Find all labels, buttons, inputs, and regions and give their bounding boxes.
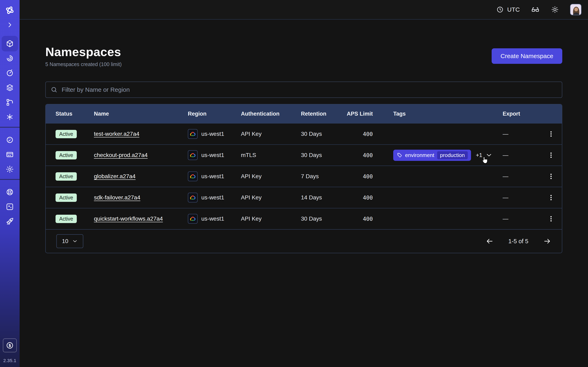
settings-gear-icon	[6, 165, 14, 174]
aps-limit-value: 400	[346, 131, 373, 137]
retention-label: 7 Days	[301, 173, 346, 180]
retention-label: 30 Days	[301, 152, 346, 158]
export-value: —	[503, 216, 539, 222]
table-row: Active test-worker.a27a4 us-west1 API Ke…	[46, 123, 562, 144]
aps-limit-value: 400	[346, 194, 373, 201]
sidebar-item-feedback[interactable]	[0, 200, 20, 214]
tags-overflow-count: +1	[476, 152, 483, 158]
sidebar-item-nexus[interactable]	[0, 110, 20, 124]
page-title: Namespaces	[45, 45, 122, 59]
theme-toggle-button[interactable]	[551, 6, 559, 14]
row-actions-button[interactable]	[546, 214, 556, 224]
sidebar-item-batch-operations[interactable]	[0, 95, 20, 110]
arrow-right-icon	[543, 237, 551, 245]
chevron-down-icon	[485, 152, 493, 159]
workflows-spiral-icon	[6, 54, 14, 63]
arrow-left-icon	[485, 237, 494, 245]
sidebar-divider	[0, 179, 20, 180]
sidebar-item-workflows[interactable]	[0, 51, 20, 66]
row-actions-button[interactable]	[546, 129, 556, 139]
status-badge: Active	[56, 193, 77, 202]
namespace-link[interactable]: test-worker.a27a4	[94, 131, 139, 137]
filter-bar	[45, 82, 562, 98]
sidebar-item-credits[interactable]: $	[3, 338, 17, 352]
sun-icon	[551, 6, 559, 14]
col-aps-limit: APS Limit	[346, 111, 373, 117]
clock-icon	[496, 6, 504, 13]
col-authentication: Authentication	[241, 111, 301, 117]
table-row: Active quickstart-workflows.a27a4 us-wes…	[46, 208, 562, 229]
google-cloud-icon	[188, 193, 198, 202]
sidebar-item-support[interactable]	[0, 185, 20, 200]
page-size-value: 10	[62, 238, 68, 244]
row-actions-button[interactable]	[546, 172, 556, 181]
namespaces-cube-icon	[6, 39, 14, 48]
col-export: Export	[503, 111, 539, 117]
region-label: us-west1	[201, 173, 224, 180]
user-avatar[interactable]	[570, 4, 581, 15]
aps-limit-value: 400	[346, 173, 373, 180]
auth-label: API Key	[241, 216, 301, 222]
app-version: 2.35.1	[3, 358, 16, 363]
table-row: Active globalizer.a27a4 us-west1 API Key…	[46, 166, 562, 187]
schedules-timer-icon	[6, 69, 14, 77]
col-status: Status	[46, 111, 94, 117]
search-icon	[51, 86, 58, 93]
docs-button[interactable]	[531, 5, 540, 14]
sidebar-item-settings[interactable]	[0, 162, 20, 176]
auth-label: API Key	[241, 194, 301, 201]
status-badge: Active	[56, 151, 77, 159]
sidebar-item-schedules[interactable]	[0, 66, 20, 80]
timezone-selector[interactable]: UTC	[496, 6, 520, 13]
sidebar-item-namespaces[interactable]	[0, 36, 20, 51]
sidebar-item-billing[interactable]	[0, 147, 20, 162]
app-root: $ 2.35.1 UTC	[0, 0, 588, 367]
sidebar-item-deployments[interactable]	[0, 80, 20, 95]
col-retention: Retention	[301, 111, 346, 117]
sidebar-item-usage[interactable]	[0, 133, 20, 147]
glasses-icon	[531, 5, 540, 14]
main-area: UTC	[20, 0, 588, 367]
aps-limit-value: 400	[346, 152, 373, 158]
tag-icon	[397, 152, 402, 158]
sidebar-footer: $ 2.35.1	[3, 338, 17, 367]
tag-chip[interactable]: environment production	[393, 150, 471, 161]
avatar-image	[571, 4, 581, 15]
kebab-menu-icon	[548, 173, 554, 179]
region-label: us-west1	[201, 194, 224, 201]
prev-page-button[interactable]	[485, 237, 494, 245]
col-region: Region	[188, 111, 241, 117]
page-size-select[interactable]: 10	[56, 234, 83, 248]
temporal-logo[interactable]	[0, 3, 20, 17]
namespace-link[interactable]: globalizer.a27a4	[94, 173, 136, 179]
filter-input[interactable]	[62, 86, 557, 93]
retention-label: 14 Days	[301, 194, 346, 201]
temporal-logo-icon	[4, 5, 15, 16]
row-actions-button[interactable]	[546, 150, 556, 160]
row-actions-button[interactable]	[546, 193, 556, 202]
feedback-sparkles-icon	[6, 202, 14, 211]
pagination-range: 1-5 of 5	[508, 238, 528, 245]
sidebar-expand-button[interactable]	[0, 17, 20, 32]
topbar: UTC	[20, 0, 588, 20]
sidebar-item-getting-started[interactable]	[0, 214, 20, 229]
namespace-link[interactable]: sdk-failover.a27a4	[94, 194, 140, 201]
tag-key: environment	[405, 152, 434, 158]
namespace-link[interactable]: checkout-prod.a27a4	[94, 152, 148, 158]
retention-label: 30 Days	[301, 131, 346, 137]
auth-label: API Key	[241, 131, 301, 137]
deployments-layers-icon	[6, 83, 14, 92]
page-content: Namespaces 5 Namespaces created (100 lim…	[45, 20, 562, 253]
tags-expand-button[interactable]	[485, 152, 493, 159]
kebab-menu-icon	[548, 216, 554, 222]
sidebar-divider	[0, 127, 20, 128]
tag-value: production	[437, 151, 467, 159]
batch-branch-icon	[6, 98, 14, 107]
google-cloud-icon	[188, 150, 198, 160]
namespace-link[interactable]: quickstart-workflows.a27a4	[94, 216, 163, 222]
export-value: —	[503, 131, 539, 137]
next-page-button[interactable]	[543, 237, 551, 245]
create-namespace-button[interactable]: Create Namespace	[492, 48, 562, 64]
billing-card-icon	[6, 150, 14, 159]
timezone-label: UTC	[507, 6, 520, 13]
